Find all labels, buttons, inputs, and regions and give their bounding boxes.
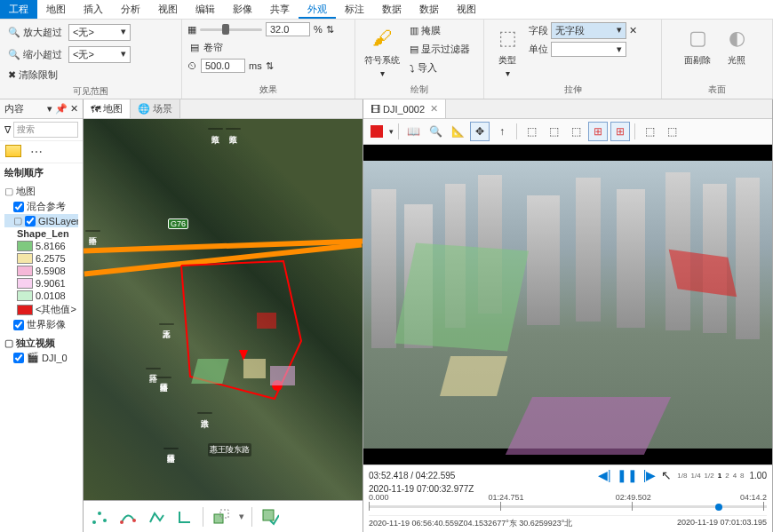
toc-list-by-drawing-order[interactable] <box>5 145 21 157</box>
transparency-value[interactable]: 32.0 <box>266 22 310 36</box>
symbology-button[interactable]: 🖌 符号系统 ▾ <box>361 22 403 80</box>
tl-label-end: 04:14.2 <box>740 493 767 502</box>
graphics-button[interactable]: ⊞ <box>610 122 630 141</box>
mask-button[interactable]: ▥掩膜 <box>407 22 473 39</box>
lighting-button[interactable]: ◐ 光照 <box>719 22 754 68</box>
zoom-to-button[interactable]: 🔍 <box>426 122 445 141</box>
tab-map[interactable]: 🗺 地图 <box>84 99 131 118</box>
import-button[interactable]: ⤵导入 <box>407 60 473 76</box>
point-tool[interactable] <box>89 506 110 528</box>
pause-button[interactable]: ❚❚ <box>617 468 638 482</box>
record-color-button[interactable] <box>367 122 386 141</box>
dropdown-icon[interactable]: ▾ <box>47 103 52 115</box>
search-input[interactable]: 搜索 <box>13 122 78 138</box>
world-imagery-layer[interactable]: 世界影像 <box>4 317 78 332</box>
toc-more-icon[interactable]: ⋯ <box>30 145 43 159</box>
blend-ref-checkbox[interactable] <box>13 202 24 212</box>
polygon-tool[interactable] <box>211 506 232 528</box>
filter-icon[interactable]: ∇ <box>4 124 11 136</box>
collapse-icon[interactable]: ▢ <box>4 186 13 197</box>
collapse-icon[interactable]: ▢ <box>13 215 22 226</box>
pin-icon[interactable]: 📌 <box>55 103 68 115</box>
chevron-down-icon[interactable]: ▾ <box>239 511 244 522</box>
speed-scale[interactable]: 1/81/41/2 1 248 <box>677 472 744 480</box>
close-icon[interactable]: ✕ <box>430 103 438 115</box>
transparency-slider[interactable] <box>200 28 262 31</box>
standalone-video-node[interactable]: ▢ 独立视频 <box>4 336 78 351</box>
flicker-value[interactable]: 500.0 <box>201 59 245 73</box>
menu-imagery[interactable]: 影像 <box>224 0 261 19</box>
video-item[interactable]: 🎬 DJI_0 <box>4 351 78 364</box>
main-area: 内容 ▾ 📌 ✕ ∇ 搜索 ⋯ 绘制顺序 ▢ 地图 混合参考 <box>0 99 773 532</box>
legend-item[interactable]: 6.2575 <box>4 252 78 265</box>
export-button[interactable]: ⬚ <box>640 122 659 141</box>
frame-extract-button[interactable]: ⬚ <box>522 122 541 141</box>
menu-labeling[interactable]: 标注 <box>336 0 373 19</box>
legend-item[interactable]: 0.0108 <box>4 290 78 302</box>
finish-tool[interactable] <box>259 506 281 528</box>
frame-tool-3[interactable]: ⬚ <box>566 122 586 141</box>
up-button[interactable]: ↑ <box>492 122 512 141</box>
menu-edit[interactable]: 编辑 <box>187 0 224 19</box>
arc-tool[interactable] <box>117 506 139 528</box>
menu-insert[interactable]: 插入 <box>75 0 112 19</box>
follow-button[interactable]: ✥ <box>470 122 490 141</box>
menu-analysis[interactable]: 分析 <box>112 0 149 19</box>
playback-bar: 03:52.418 / 04:22.595 ◀| ❚❚ |▶ ↖ 1/81/41… <box>363 465 772 532</box>
timeline[interactable]: 0.000 01:24.751 02:49.502 04:14.2 <box>369 496 767 512</box>
menu-view[interactable]: 视图 <box>149 0 187 19</box>
clear-limits-button[interactable]: ✖ 清除限制 <box>5 67 60 83</box>
frame-tool-2[interactable]: ⬚ <box>544 122 563 141</box>
trace-tool[interactable] <box>146 506 167 528</box>
spinner-icon[interactable]: ⇅ <box>326 24 334 36</box>
menu-map[interactable]: 地图 <box>37 0 75 19</box>
gis-layer[interactable]: ▢ GISLayer <box>4 214 78 227</box>
tab-video-label: DJI_0002 <box>383 104 425 115</box>
contents-title: 内容 <box>4 102 24 115</box>
measure-button[interactable]: 📐 <box>448 122 467 141</box>
face-culling-button[interactable]: ▢ 面剔除 <box>680 22 715 68</box>
menu-share[interactable]: 共享 <box>261 0 299 19</box>
legend-item[interactable]: <其他值> <box>4 302 78 317</box>
right-angle-tool[interactable] <box>174 506 195 528</box>
timeline-playhead[interactable] <box>715 504 722 511</box>
chevron-down-icon[interactable]: ▾ <box>389 127 394 136</box>
zoom-out-scale-dropdown[interactable]: <无>▾ <box>68 46 131 63</box>
close-icon[interactable]: ✕ <box>70 103 78 115</box>
zoom-in-scale-dropdown[interactable]: <无>▾ <box>68 24 131 41</box>
menu-data2[interactable]: 数据 <box>410 0 448 19</box>
collapse-icon[interactable]: ▢ <box>4 337 13 349</box>
legend-item[interactable]: 9.5908 <box>4 265 78 277</box>
tab-scene[interactable]: 🌐 场景 <box>131 99 180 118</box>
field-dropdown[interactable]: 无字段▾ <box>551 22 626 39</box>
unit-dropdown[interactable]: ▾ <box>551 42 626 57</box>
map-node[interactable]: ▢ 地图 <box>4 184 78 199</box>
legend-item[interactable]: 5.8166 <box>4 240 78 252</box>
zoom-in-beyond-button[interactable]: 🔍 放大超过 <无>▾ <box>5 22 133 43</box>
zoom-out-beyond-button[interactable]: 🔍 缩小超过 <无>▾ <box>5 44 133 65</box>
bookmark-button[interactable]: 📖 <box>403 122 423 141</box>
world-imagery-checkbox[interactable] <box>13 320 24 330</box>
menu-data[interactable]: 数据 <box>373 0 410 19</box>
export-button-2[interactable]: ⬚ <box>662 122 681 141</box>
menu-project[interactable]: 工程 <box>0 0 37 19</box>
legend-item[interactable]: 9.9061 <box>4 277 78 290</box>
gis-layer-checkbox[interactable] <box>25 216 36 226</box>
swipe-icon[interactable]: ▤卷帘 <box>187 39 226 56</box>
legend-label: 5.8166 <box>36 241 66 251</box>
video-view[interactable] <box>363 145 772 465</box>
blend-ref-layer[interactable]: 混合参考 <box>4 199 78 214</box>
spinner-icon[interactable]: ⇅ <box>266 60 274 72</box>
map-view[interactable]: G76 中环路 东虹路 东虹路 三木路 二环路 二环路辅道 二环路辅道 惠王陵东… <box>84 119 363 500</box>
tab-video[interactable]: 🎞 DJI_0002 ✕ <box>363 99 446 118</box>
video-checkbox[interactable] <box>13 353 24 363</box>
menu-appearance[interactable]: 外观 <box>299 0 336 19</box>
extrusion-type-button[interactable]: ⬚ 类型 ▾ <box>490 22 525 80</box>
metadata-button[interactable]: ⊞ <box>588 122 608 141</box>
expression-button[interactable]: ✕ <box>629 25 637 36</box>
step-back-button[interactable]: ◀| <box>598 468 611 482</box>
display-filters-button[interactable]: ▤显示过滤器 <box>407 41 473 58</box>
step-forward-button[interactable]: |▶ <box>643 468 657 482</box>
menu-view2[interactable]: 视图 <box>448 0 485 19</box>
flicker-icon[interactable]: ⏲ <box>187 60 197 71</box>
